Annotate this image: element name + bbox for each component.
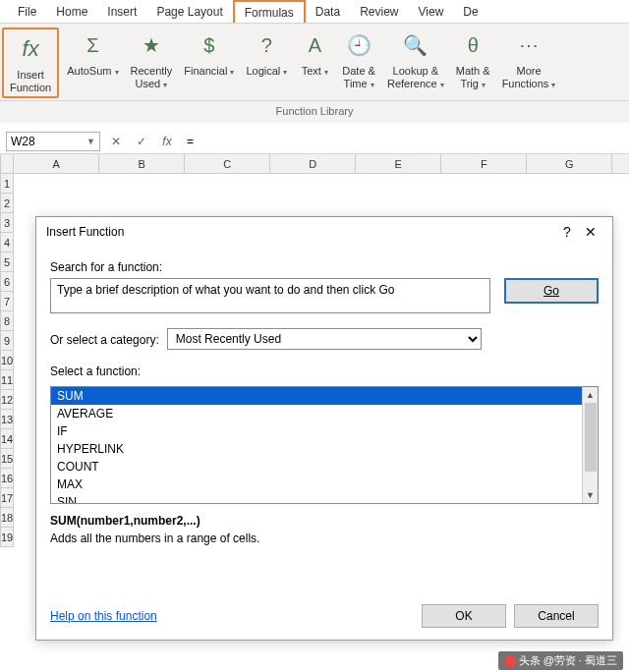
- function-list[interactable]: SUMAVERAGEIFHYPERLINKCOUNTMAXSIN ▲ ▼: [50, 386, 599, 504]
- column-header[interactable]: C: [185, 154, 270, 174]
- dialog-title-text: Insert Function: [46, 225, 124, 239]
- row-header[interactable]: 17: [0, 488, 14, 508]
- row-header[interactable]: 1: [0, 174, 14, 194]
- ribbon-more[interactable]: ⋯MoreFunctions ▾: [496, 26, 562, 100]
- dialog-titlebar: Insert Function ? ✕: [36, 217, 612, 247]
- row-header[interactable]: 12: [0, 390, 14, 410]
- enter-formula-icon[interactable]: ✓: [132, 132, 151, 151]
- scrollbar[interactable]: ▲ ▼: [582, 387, 598, 503]
- lookup &-icon: 🔍: [400, 29, 431, 61]
- watermark: 头条 @劳资 · 蜀道三: [498, 651, 623, 670]
- ribbon-lookup-[interactable]: 🔍Lookup &Reference ▾: [381, 26, 450, 100]
- text-icon: A: [299, 29, 330, 61]
- list-item[interactable]: HYPERLINK: [51, 440, 598, 458]
- row-header[interactable]: 11: [0, 370, 14, 390]
- row-header[interactable]: 13: [0, 410, 14, 429]
- menu-bar: FileHomeInsertPage LayoutFormulasDataRev…: [0, 0, 629, 24]
- list-item[interactable]: AVERAGE: [51, 405, 598, 422]
- more-icon: ⋯: [513, 29, 544, 61]
- row-header[interactable]: 5: [0, 252, 14, 272]
- row-header[interactable]: 6: [0, 272, 14, 292]
- ribbon-autosum[interactable]: ΣAutoSum ▾: [61, 26, 124, 100]
- cancel-button[interactable]: Cancel: [514, 604, 599, 628]
- ribbon: fxInsertFunctionΣAutoSum ▾★RecentlyUsed …: [0, 24, 629, 101]
- select-all-corner[interactable]: [0, 154, 14, 174]
- formula-input[interactable]: [183, 132, 623, 151]
- menu-tab-review[interactable]: Review: [350, 0, 408, 23]
- go-button[interactable]: Go: [504, 278, 599, 304]
- menu-tab-view[interactable]: View: [409, 0, 454, 23]
- menu-tab-file[interactable]: File: [8, 0, 46, 23]
- menu-tab-de[interactable]: De: [453, 0, 487, 23]
- row-header[interactable]: 15: [0, 449, 14, 469]
- column-header[interactable]: H: [612, 154, 629, 174]
- fx-icon[interactable]: fx: [157, 132, 177, 151]
- column-header[interactable]: B: [99, 154, 185, 174]
- watermark-icon: [504, 655, 516, 667]
- row-header[interactable]: 4: [0, 233, 14, 252]
- insert-icon: fx: [15, 33, 46, 65]
- menu-tab-formulas[interactable]: Formulas: [233, 0, 306, 23]
- list-item[interactable]: SIN: [51, 493, 598, 504]
- help-link[interactable]: Help on this function: [50, 609, 157, 623]
- category-label: Or select a category:: [50, 333, 159, 347]
- ribbon-logical[interactable]: ?Logical ▾: [240, 26, 293, 100]
- search-input[interactable]: Type a brief description of what you wan…: [50, 278, 490, 313]
- insert-function-dialog: Insert Function ? ✕ Search for a functio…: [35, 216, 613, 641]
- row-header[interactable]: 14: [0, 429, 14, 449]
- menu-tab-home[interactable]: Home: [46, 0, 97, 23]
- ribbon-insert[interactable]: fxInsertFunction: [2, 28, 59, 98]
- close-icon[interactable]: ✕: [579, 224, 602, 240]
- recently-icon: ★: [136, 29, 167, 61]
- column-header[interactable]: E: [356, 154, 441, 174]
- scroll-up-icon[interactable]: ▲: [583, 387, 598, 403]
- row-header[interactable]: 7: [0, 292, 14, 311]
- ribbon-group-label: Function Library: [0, 101, 629, 123]
- scroll-thumb[interactable]: [585, 403, 597, 472]
- ribbon-financial[interactable]: $Financial ▾: [178, 26, 240, 100]
- help-icon[interactable]: ?: [555, 224, 579, 240]
- ribbon-math-[interactable]: θMath &Trig ▾: [450, 26, 496, 100]
- function-description: Adds all the numbers in a range of cells…: [50, 532, 599, 545]
- row-header[interactable]: 3: [0, 213, 14, 233]
- financial-icon: $: [194, 29, 225, 61]
- row-header[interactable]: 18: [0, 508, 14, 528]
- column-header[interactable]: A: [14, 154, 99, 174]
- list-item[interactable]: MAX: [51, 476, 598, 493]
- name-box[interactable]: W28 ▼: [6, 132, 100, 151]
- menu-tab-insert[interactable]: Insert: [97, 0, 146, 23]
- ribbon-text[interactable]: AText ▾: [293, 26, 336, 100]
- row-header[interactable]: 8: [0, 311, 14, 331]
- math &-icon: θ: [457, 29, 488, 61]
- column-header[interactable]: D: [270, 154, 356, 174]
- row-header[interactable]: 2: [0, 194, 14, 213]
- column-header[interactable]: F: [441, 154, 527, 174]
- ribbon-date-[interactable]: 🕘Date &Time ▾: [336, 26, 381, 100]
- date &-icon: 🕘: [343, 29, 374, 61]
- list-item[interactable]: COUNT: [51, 458, 598, 476]
- cancel-formula-icon[interactable]: ✕: [106, 132, 126, 151]
- row-header[interactable]: 9: [0, 331, 14, 351]
- logical-icon: ?: [251, 29, 282, 61]
- column-header[interactable]: G: [527, 154, 612, 174]
- function-signature: SUM(number1,number2,...): [50, 514, 200, 528]
- search-label: Search for a function:: [50, 260, 599, 274]
- ribbon-recently[interactable]: ★RecentlyUsed ▾: [125, 26, 179, 100]
- category-select[interactable]: Most Recently Used: [167, 328, 482, 350]
- formula-bar: W28 ▼ ✕ ✓ fx: [0, 129, 629, 154]
- list-item[interactable]: SUM: [51, 387, 598, 405]
- row-header[interactable]: 16: [0, 469, 14, 488]
- list-item[interactable]: IF: [51, 422, 598, 440]
- autosum-icon: Σ: [77, 29, 108, 61]
- menu-tab-page-layout[interactable]: Page Layout: [146, 0, 232, 23]
- name-box-value: W28: [11, 135, 35, 148]
- row-header[interactable]: 10: [0, 351, 14, 370]
- row-header[interactable]: 19: [0, 528, 14, 547]
- select-function-label: Select a function:: [50, 364, 599, 378]
- scroll-down-icon[interactable]: ▼: [583, 487, 598, 503]
- chevron-down-icon[interactable]: ▼: [86, 137, 95, 146]
- ok-button[interactable]: OK: [422, 604, 506, 628]
- menu-tab-data[interactable]: Data: [306, 0, 350, 23]
